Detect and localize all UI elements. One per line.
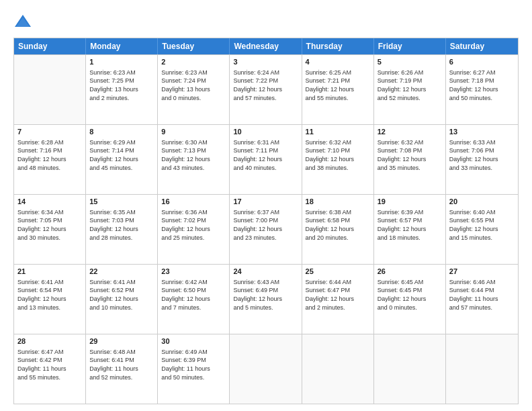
cal-week-3: 14Sunrise: 6:34 AM Sunset: 7:05 PM Dayli… (14, 194, 518, 264)
cal-cell-2-4: 10Sunrise: 6:31 AM Sunset: 7:11 PM Dayli… (230, 125, 302, 194)
cal-week-4: 21Sunrise: 6:41 AM Sunset: 6:54 PM Dayli… (14, 264, 518, 334)
cell-info: Sunrise: 6:43 AM Sunset: 6:49 PM Dayligh… (233, 278, 298, 312)
cell-info: Sunrise: 6:48 AM Sunset: 6:41 PM Dayligh… (89, 348, 154, 381)
cal-week-5: 28Sunrise: 6:47 AM Sunset: 6:42 PM Dayli… (14, 334, 518, 404)
cal-cell-3-7: 20Sunrise: 6:40 AM Sunset: 6:55 PM Dayli… (446, 195, 518, 264)
cal-header-thursday: Thursday (302, 38, 374, 54)
cal-cell-5-2: 29Sunrise: 6:48 AM Sunset: 6:41 PM Dayli… (86, 334, 158, 404)
cell-info: Sunrise: 6:28 AM Sunset: 7:16 PM Dayligh… (17, 138, 82, 172)
cell-info: Sunrise: 6:25 AM Sunset: 7:21 PM Dayligh… (306, 68, 370, 102)
cell-info: Sunrise: 6:30 AM Sunset: 7:13 PM Dayligh… (161, 138, 226, 172)
cal-cell-1-3: 2Sunrise: 6:23 AM Sunset: 7:24 PM Daylig… (158, 55, 230, 124)
cal-cell-1-1 (14, 55, 86, 124)
day-number: 20 (449, 197, 515, 207)
cell-info: Sunrise: 6:26 AM Sunset: 7:19 PM Dayligh… (378, 68, 442, 102)
cal-header-saturday: Saturday (446, 38, 518, 54)
cell-info: Sunrise: 6:39 AM Sunset: 6:57 PM Dayligh… (378, 208, 442, 242)
cal-cell-2-1: 7Sunrise: 6:28 AM Sunset: 7:16 PM Daylig… (14, 125, 86, 194)
cell-info: Sunrise: 6:31 AM Sunset: 7:11 PM Dayligh… (233, 138, 298, 172)
day-number: 3 (233, 57, 298, 67)
day-number: 25 (306, 267, 370, 277)
day-number: 18 (306, 197, 370, 207)
cal-cell-2-5: 11Sunrise: 6:32 AM Sunset: 7:10 PM Dayli… (302, 125, 374, 194)
cal-cell-3-3: 16Sunrise: 6:36 AM Sunset: 7:02 PM Dayli… (158, 195, 230, 264)
cal-header-tuesday: Tuesday (158, 38, 230, 54)
day-number: 30 (161, 336, 226, 347)
logo-icon (13, 12, 32, 31)
cal-cell-3-5: 18Sunrise: 6:38 AM Sunset: 6:58 PM Dayli… (302, 195, 374, 264)
cal-cell-3-6: 19Sunrise: 6:39 AM Sunset: 6:57 PM Dayli… (374, 195, 446, 264)
cal-cell-2-2: 8Sunrise: 6:29 AM Sunset: 7:14 PM Daylig… (86, 125, 158, 194)
cal-cell-4-4: 24Sunrise: 6:43 AM Sunset: 6:49 PM Dayli… (230, 265, 302, 334)
day-number: 23 (161, 267, 226, 277)
cell-info: Sunrise: 6:32 AM Sunset: 7:08 PM Dayligh… (378, 138, 442, 172)
cal-cell-1-5: 4Sunrise: 6:25 AM Sunset: 7:21 PM Daylig… (302, 55, 374, 124)
cell-info: Sunrise: 6:24 AM Sunset: 7:22 PM Dayligh… (233, 68, 298, 102)
day-number: 27 (449, 267, 515, 277)
cal-week-2: 7Sunrise: 6:28 AM Sunset: 7:16 PM Daylig… (14, 124, 518, 194)
day-number: 8 (89, 127, 154, 137)
day-number: 2 (161, 57, 226, 67)
cell-info: Sunrise: 6:42 AM Sunset: 6:50 PM Dayligh… (161, 278, 226, 312)
cal-cell-5-1: 28Sunrise: 6:47 AM Sunset: 6:42 PM Dayli… (14, 334, 86, 404)
cell-info: Sunrise: 6:23 AM Sunset: 7:25 PM Dayligh… (89, 68, 154, 102)
cal-cell-5-3: 30Sunrise: 6:49 AM Sunset: 6:39 PM Dayli… (158, 334, 230, 404)
day-number: 16 (161, 197, 226, 207)
cal-header-sunday: Sunday (14, 38, 86, 54)
cal-week-1: 1Sunrise: 6:23 AM Sunset: 7:25 PM Daylig… (14, 54, 518, 124)
cal-cell-5-7 (446, 334, 518, 404)
day-number: 12 (378, 127, 442, 137)
cell-info: Sunrise: 6:46 AM Sunset: 6:44 PM Dayligh… (449, 278, 515, 312)
calendar: SundayMondayTuesdayWednesdayThursdayFrid… (13, 38, 519, 404)
cal-cell-1-4: 3Sunrise: 6:24 AM Sunset: 7:22 PM Daylig… (230, 55, 302, 124)
cell-info: Sunrise: 6:40 AM Sunset: 6:55 PM Dayligh… (449, 208, 515, 242)
day-number: 1 (89, 57, 154, 67)
day-number: 28 (17, 336, 82, 347)
cal-header-wednesday: Wednesday (230, 38, 302, 54)
day-number: 10 (233, 127, 298, 137)
header (13, 12, 519, 31)
cal-cell-2-7: 13Sunrise: 6:33 AM Sunset: 7:06 PM Dayli… (446, 125, 518, 194)
cal-cell-4-6: 26Sunrise: 6:45 AM Sunset: 6:45 PM Dayli… (374, 265, 446, 334)
cell-info: Sunrise: 6:37 AM Sunset: 7:00 PM Dayligh… (233, 208, 298, 242)
cal-cell-3-2: 15Sunrise: 6:35 AM Sunset: 7:03 PM Dayli… (86, 195, 158, 264)
cal-cell-4-1: 21Sunrise: 6:41 AM Sunset: 6:54 PM Dayli… (14, 265, 86, 334)
day-number: 5 (378, 57, 442, 67)
cal-cell-2-6: 12Sunrise: 6:32 AM Sunset: 7:08 PM Dayli… (374, 125, 446, 194)
cell-info: Sunrise: 6:38 AM Sunset: 6:58 PM Dayligh… (306, 208, 370, 242)
cal-cell-5-4 (230, 334, 302, 404)
day-number: 26 (378, 267, 442, 277)
cell-info: Sunrise: 6:41 AM Sunset: 6:54 PM Dayligh… (17, 278, 82, 312)
cal-cell-4-2: 22Sunrise: 6:41 AM Sunset: 6:52 PM Dayli… (86, 265, 158, 334)
day-number: 4 (306, 57, 370, 67)
cell-info: Sunrise: 6:47 AM Sunset: 6:42 PM Dayligh… (17, 348, 82, 381)
day-number: 19 (378, 197, 442, 207)
cal-header-monday: Monday (86, 38, 158, 54)
day-number: 24 (233, 267, 298, 277)
day-number: 29 (89, 336, 154, 347)
cal-cell-2-3: 9Sunrise: 6:30 AM Sunset: 7:13 PM Daylig… (158, 125, 230, 194)
calendar-header-row: SundayMondayTuesdayWednesdayThursdayFrid… (14, 38, 518, 54)
cal-cell-4-3: 23Sunrise: 6:42 AM Sunset: 6:50 PM Dayli… (158, 265, 230, 334)
cal-cell-1-7: 6Sunrise: 6:27 AM Sunset: 7:18 PM Daylig… (446, 55, 518, 124)
cal-cell-1-2: 1Sunrise: 6:23 AM Sunset: 7:25 PM Daylig… (86, 55, 158, 124)
logo (13, 12, 35, 31)
day-number: 22 (89, 267, 154, 277)
cell-info: Sunrise: 6:34 AM Sunset: 7:05 PM Dayligh… (17, 208, 82, 242)
cell-info: Sunrise: 6:23 AM Sunset: 7:24 PM Dayligh… (161, 68, 226, 102)
cell-info: Sunrise: 6:49 AM Sunset: 6:39 PM Dayligh… (161, 348, 226, 381)
day-number: 9 (161, 127, 226, 137)
calendar-body: 1Sunrise: 6:23 AM Sunset: 7:25 PM Daylig… (14, 54, 518, 404)
cal-cell-5-5 (302, 334, 374, 404)
cal-cell-4-7: 27Sunrise: 6:46 AM Sunset: 6:44 PM Dayli… (446, 265, 518, 334)
day-number: 7 (17, 127, 82, 137)
cal-cell-1-6: 5Sunrise: 6:26 AM Sunset: 7:19 PM Daylig… (374, 55, 446, 124)
day-number: 21 (17, 267, 82, 277)
page: SundayMondayTuesdayWednesdayThursdayFrid… (0, 0, 532, 411)
cell-info: Sunrise: 6:32 AM Sunset: 7:10 PM Dayligh… (306, 138, 370, 172)
cell-info: Sunrise: 6:41 AM Sunset: 6:52 PM Dayligh… (89, 278, 154, 312)
cell-info: Sunrise: 6:44 AM Sunset: 6:47 PM Dayligh… (306, 278, 370, 312)
cell-info: Sunrise: 6:35 AM Sunset: 7:03 PM Dayligh… (89, 208, 154, 242)
day-number: 11 (306, 127, 370, 137)
cell-info: Sunrise: 6:36 AM Sunset: 7:02 PM Dayligh… (161, 208, 226, 242)
